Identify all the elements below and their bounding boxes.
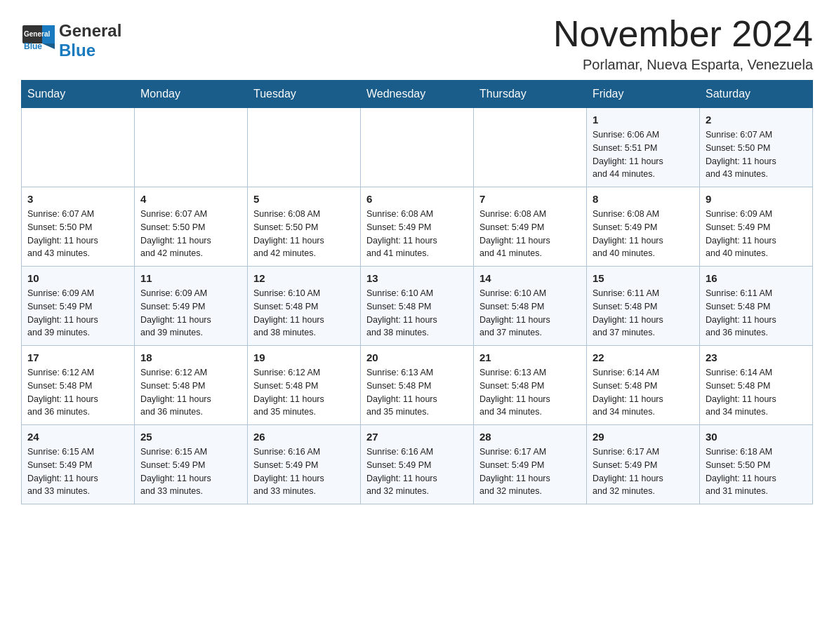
day-info: Sunrise: 6:18 AM Sunset: 5:50 PM Dayligh…	[706, 445, 807, 498]
day-number: 8	[593, 193, 694, 205]
day-number: 20	[366, 351, 468, 363]
svg-marker-2	[42, 43, 55, 49]
day-number: 19	[253, 351, 355, 363]
calendar-cell	[248, 108, 361, 187]
calendar-cell: 15Sunrise: 6:11 AM Sunset: 5:48 PM Dayli…	[587, 267, 700, 346]
calendar-cell: 20Sunrise: 6:13 AM Sunset: 5:48 PM Dayli…	[361, 346, 474, 425]
day-info: Sunrise: 6:08 AM Sunset: 5:49 PM Dayligh…	[479, 208, 581, 260]
location: Porlamar, Nueva Esparta, Venezuela	[553, 57, 813, 73]
calendar-cell: 26Sunrise: 6:16 AM Sunset: 5:49 PM Dayli…	[248, 425, 361, 504]
day-info: Sunrise: 6:16 AM Sunset: 5:49 PM Dayligh…	[366, 445, 468, 498]
day-info: Sunrise: 6:11 AM Sunset: 5:48 PM Dayligh…	[706, 287, 807, 340]
day-number: 22	[593, 351, 694, 363]
calendar-cell: 6Sunrise: 6:08 AM Sunset: 5:49 PM Daylig…	[361, 187, 474, 267]
day-number: 5	[253, 193, 355, 205]
col-header-sunday: Sunday	[22, 81, 135, 108]
calendar-header-row: SundayMondayTuesdayWednesdayThursdayFrid…	[22, 81, 813, 108]
day-number: 16	[706, 272, 807, 284]
calendar-week-4: 17Sunrise: 6:12 AM Sunset: 5:48 PM Dayli…	[22, 346, 813, 425]
calendar-cell	[361, 108, 474, 187]
col-header-tuesday: Tuesday	[248, 81, 361, 108]
logo-blue: Blue	[59, 41, 121, 60]
calendar-cell	[474, 108, 587, 187]
day-number: 7	[479, 193, 581, 205]
calendar-cell: 11Sunrise: 6:09 AM Sunset: 5:49 PM Dayli…	[135, 267, 248, 346]
col-header-monday: Monday	[135, 81, 248, 108]
calendar-cell: 27Sunrise: 6:16 AM Sunset: 5:49 PM Dayli…	[361, 425, 474, 504]
calendar-cell: 8Sunrise: 6:08 AM Sunset: 5:49 PM Daylig…	[587, 187, 700, 267]
day-number: 9	[706, 193, 807, 205]
calendar-cell: 30Sunrise: 6:18 AM Sunset: 5:50 PM Dayli…	[700, 425, 813, 504]
day-number: 15	[593, 272, 694, 284]
calendar-cell: 21Sunrise: 6:13 AM Sunset: 5:48 PM Dayli…	[474, 346, 587, 425]
day-number: 12	[253, 272, 355, 284]
calendar-cell: 13Sunrise: 6:10 AM Sunset: 5:48 PM Dayli…	[361, 267, 474, 346]
day-number: 10	[27, 272, 128, 284]
day-number: 28	[479, 431, 581, 443]
calendar-week-5: 24Sunrise: 6:15 AM Sunset: 5:49 PM Dayli…	[22, 425, 813, 504]
calendar-cell	[22, 108, 135, 187]
calendar-week-1: 1Sunrise: 6:06 AM Sunset: 5:51 PM Daylig…	[22, 108, 813, 187]
col-header-thursday: Thursday	[474, 81, 587, 108]
day-info: Sunrise: 6:15 AM Sunset: 5:49 PM Dayligh…	[140, 445, 241, 498]
day-info: Sunrise: 6:09 AM Sunset: 5:49 PM Dayligh…	[706, 208, 807, 260]
calendar-week-2: 3Sunrise: 6:07 AM Sunset: 5:50 PM Daylig…	[22, 187, 813, 267]
day-number: 6	[366, 193, 468, 205]
day-info: Sunrise: 6:15 AM Sunset: 5:49 PM Dayligh…	[27, 445, 128, 498]
day-info: Sunrise: 6:13 AM Sunset: 5:48 PM Dayligh…	[479, 366, 581, 419]
title-section: November 2024 Porlamar, Nueva Esparta, V…	[553, 14, 813, 73]
calendar-cell: 25Sunrise: 6:15 AM Sunset: 5:49 PM Dayli…	[135, 425, 248, 504]
day-info: Sunrise: 6:10 AM Sunset: 5:48 PM Dayligh…	[479, 287, 581, 340]
calendar-cell: 24Sunrise: 6:15 AM Sunset: 5:49 PM Dayli…	[22, 425, 135, 504]
day-number: 2	[706, 114, 807, 126]
day-info: Sunrise: 6:08 AM Sunset: 5:49 PM Dayligh…	[593, 208, 694, 260]
calendar-cell: 17Sunrise: 6:12 AM Sunset: 5:48 PM Dayli…	[22, 346, 135, 425]
day-info: Sunrise: 6:11 AM Sunset: 5:48 PM Dayligh…	[593, 287, 694, 340]
day-info: Sunrise: 6:10 AM Sunset: 5:48 PM Dayligh…	[253, 287, 355, 340]
day-number: 26	[253, 431, 355, 443]
day-info: Sunrise: 6:10 AM Sunset: 5:48 PM Dayligh…	[366, 287, 468, 340]
day-number: 27	[366, 431, 468, 443]
col-header-friday: Friday	[587, 81, 700, 108]
day-number: 23	[706, 351, 807, 363]
calendar-cell: 19Sunrise: 6:12 AM Sunset: 5:48 PM Dayli…	[248, 346, 361, 425]
calendar-table: SundayMondayTuesdayWednesdayThursdayFrid…	[21, 80, 813, 504]
day-number: 1	[593, 114, 694, 126]
calendar-cell: 16Sunrise: 6:11 AM Sunset: 5:48 PM Dayli…	[700, 267, 813, 346]
col-header-wednesday: Wednesday	[361, 81, 474, 108]
day-number: 3	[27, 193, 128, 205]
day-info: Sunrise: 6:08 AM Sunset: 5:49 PM Dayligh…	[366, 208, 468, 260]
day-info: Sunrise: 6:14 AM Sunset: 5:48 PM Dayligh…	[706, 366, 807, 419]
calendar-cell: 9Sunrise: 6:09 AM Sunset: 5:49 PM Daylig…	[700, 187, 813, 267]
page-header: General Blue General Blue November 2024 …	[21, 14, 813, 73]
calendar-cell: 4Sunrise: 6:07 AM Sunset: 5:50 PM Daylig…	[135, 187, 248, 267]
day-number: 13	[366, 272, 468, 284]
day-info: Sunrise: 6:12 AM Sunset: 5:48 PM Dayligh…	[27, 366, 128, 419]
day-number: 4	[140, 193, 241, 205]
logo-general: General	[59, 21, 121, 41]
day-number: 14	[479, 272, 581, 284]
calendar-week-3: 10Sunrise: 6:09 AM Sunset: 5:49 PM Dayli…	[22, 267, 813, 346]
day-info: Sunrise: 6:17 AM Sunset: 5:49 PM Dayligh…	[593, 445, 694, 498]
day-info: Sunrise: 6:16 AM Sunset: 5:49 PM Dayligh…	[253, 445, 355, 498]
day-number: 29	[593, 431, 694, 443]
col-header-saturday: Saturday	[700, 81, 813, 108]
day-info: Sunrise: 6:12 AM Sunset: 5:48 PM Dayligh…	[253, 366, 355, 419]
day-number: 30	[706, 431, 807, 443]
day-number: 11	[140, 272, 241, 284]
day-number: 25	[140, 431, 241, 443]
calendar-cell: 7Sunrise: 6:08 AM Sunset: 5:49 PM Daylig…	[474, 187, 587, 267]
svg-text:Blue: Blue	[24, 41, 42, 51]
day-info: Sunrise: 6:07 AM Sunset: 5:50 PM Dayligh…	[27, 208, 128, 260]
logo-graphic: General Blue	[21, 24, 56, 58]
day-number: 18	[140, 351, 241, 363]
day-info: Sunrise: 6:14 AM Sunset: 5:48 PM Dayligh…	[593, 366, 694, 419]
logo: General Blue General Blue	[21, 14, 121, 60]
logo-text: General Blue	[59, 21, 121, 60]
svg-text:General: General	[24, 30, 50, 38]
day-info: Sunrise: 6:07 AM Sunset: 5:50 PM Dayligh…	[706, 128, 807, 181]
calendar-cell: 5Sunrise: 6:08 AM Sunset: 5:50 PM Daylig…	[248, 187, 361, 267]
calendar-cell: 22Sunrise: 6:14 AM Sunset: 5:48 PM Dayli…	[587, 346, 700, 425]
calendar-cell: 14Sunrise: 6:10 AM Sunset: 5:48 PM Dayli…	[474, 267, 587, 346]
calendar-cell: 18Sunrise: 6:12 AM Sunset: 5:48 PM Dayli…	[135, 346, 248, 425]
